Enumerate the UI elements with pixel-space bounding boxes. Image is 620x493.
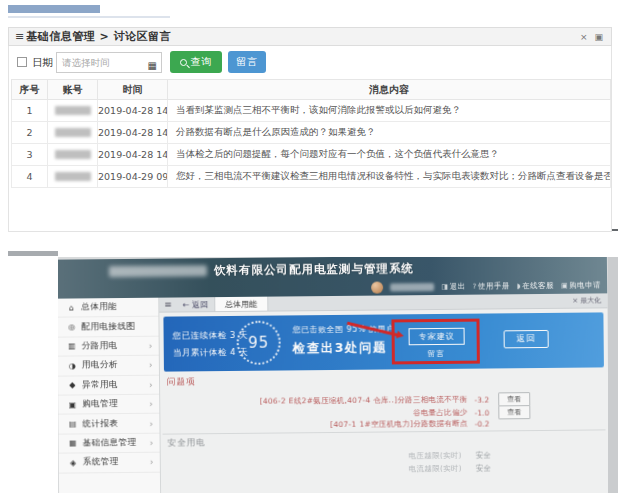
decorative-bar-middle (8, 251, 58, 256)
menu-icon[interactable]: ≡ (15, 30, 24, 43)
sidebar-item-power-analysis[interactable]: ◑用电分析› (58, 356, 159, 376)
table-row[interactable]: 2 2019-04-28 14:04:28 分路数据有断点是什么原因造成的？如果… (12, 122, 611, 144)
view-button-spacer (498, 423, 530, 424)
message-table: 序号 账号 时间 消息内容 1 2019-04-28 14:02:46 当看到某… (11, 79, 611, 188)
problems-section-title: 问题项 (167, 376, 196, 388)
red-annotation-box: 专家建议 留言 (391, 319, 479, 365)
analysis-icon: ◑ (68, 361, 77, 370)
blurred-company-logo (109, 265, 207, 277)
score-circle: 95 (236, 321, 280, 365)
blurred-account (55, 128, 91, 137)
table-header-row: 序号 账号 时间 消息内容 (12, 80, 611, 100)
chevron-right-icon: › (149, 341, 153, 351)
cart-icon: ▣ (561, 282, 568, 290)
col-time: 时间 (98, 80, 168, 100)
blurred-account (55, 150, 91, 159)
safety-status: 安全 (476, 463, 491, 473)
window-control-icons[interactable]: × ▣ (580, 32, 605, 42)
purchase-icon: ▣ (68, 400, 77, 409)
sidebar-item-basic-info-mgmt[interactable]: ▦基础信息管理› (59, 433, 160, 453)
chevron-right-icon: › (149, 399, 153, 409)
date-picker-input[interactable]: 请选择时间 ▦ (56, 52, 162, 73)
col-content: 消息内容 (168, 80, 611, 100)
chevron-right-icon: › (149, 438, 153, 448)
table-row[interactable]: 4 2019-04-29 09:43:05 您好，三相电流不平衡建议检查三相用电… (12, 166, 611, 188)
message-link[interactable]: 留言 (428, 349, 445, 359)
date-placeholder: 请选择时间 (62, 57, 110, 68)
hamburger-icon[interactable]: ≡ (159, 299, 177, 309)
blurred-account (55, 106, 91, 115)
sidebar-item-branch-power[interactable]: ▥分路用电› (58, 336, 159, 356)
home-icon: ⌂ (67, 303, 76, 312)
safety-status: 安全 (476, 450, 491, 460)
breadcrumb: 基础信息管理 > 讨论区留言 (26, 29, 171, 44)
chevron-right-icon: › (149, 418, 153, 428)
leave-message-button[interactable]: 留言 (228, 51, 266, 73)
blurred-username (390, 283, 434, 291)
problem-score: -1.0 (475, 408, 490, 417)
logout-link[interactable]: ◨退出 (441, 282, 465, 292)
purchase-link[interactable]: ▣购电申请 (561, 280, 601, 290)
tab-overall-energy[interactable]: 总体用能 (214, 297, 268, 312)
service-link[interactable]: ◗在线客服 (517, 281, 554, 291)
settings-icon: ◈ (69, 458, 78, 467)
breadcrumb-bar: ≡ 基础信息管理 > 讨论区留言 × ▣ (8, 27, 612, 46)
table-row[interactable]: 3 2019-04-28 14:06:05 当体检之后的问题提醒，每个问题对应有… (12, 144, 611, 166)
back-button[interactable]: 返回 (504, 330, 549, 348)
photo-of-screen: 饮料有限公司配用电监测与管理系统 ◨退出 ?使用手册 ◗在线客服 ▣购电申请 ⌂… (58, 257, 618, 493)
chevron-right-icon: › (149, 379, 153, 389)
sidebar-item-reports[interactable]: ▤统计报表› (58, 414, 159, 434)
chevron-right-icon: › (149, 360, 153, 370)
problem-score: -0.2 (475, 419, 490, 428)
health-check-banner: 您已连续体检 3 天 当月累计体检 4 天 95 您已击败全国 95% 的用户 … (163, 312, 604, 371)
system-titlebar: 饮料有限公司配用电监测与管理系统 ◨退出 ?使用手册 ◗在线客服 ▣购电申请 (58, 257, 607, 299)
sidebar-item-abnormal-power[interactable]: ◆异常用电› (58, 375, 159, 395)
diagram-icon: ◎ (67, 323, 76, 332)
header-user-row: ◨退出 ?使用手册 ◗在线客服 ▣购电申请 (371, 279, 601, 293)
col-no: 序号 (12, 80, 48, 100)
sidebar-item-purchase-mgmt[interactable]: ▣购电管理› (58, 395, 159, 415)
blurred-account (55, 172, 91, 181)
section-divider (163, 429, 606, 434)
chat-icon: ◗ (517, 282, 521, 290)
sidebar-item-wiring-diagram[interactable]: ◎配用电接线图 (58, 317, 159, 337)
sidebar-item-system-mgmt[interactable]: ◈系统管理› (59, 453, 160, 473)
logout-icon: ◨ (441, 283, 448, 291)
photo-edge-strip (608, 257, 618, 493)
expert-advice-button[interactable]: 专家建议 (409, 328, 465, 346)
photo-screen-content: 饮料有限公司配用电监测与管理系统 ◨退出 ?使用手册 ◗在线客服 ▣购电申请 ⌂… (58, 257, 609, 493)
safety-section-title: 安全用电 (168, 437, 206, 449)
date-checkbox[interactable] (17, 57, 27, 67)
manual-icon: ? (473, 283, 477, 291)
col-account: 账号 (48, 80, 98, 100)
back-tab[interactable]: ← 返回 (177, 299, 214, 310)
chevron-right-icon: › (150, 457, 154, 467)
search-button[interactable]: 查询 (170, 51, 222, 73)
manual-link[interactable]: ?使用手册 (473, 281, 510, 291)
problem-score: -3.2 (475, 395, 490, 404)
sidebar-item-overall-energy[interactable]: ⌂总体用能 (58, 298, 158, 318)
branch-icon: ▥ (68, 342, 77, 351)
filter-row: 日期 请选择时间 ▦ 查询 留言 (9, 46, 611, 78)
system-title: 饮料有限公司配用电监测与管理系统 (214, 261, 414, 278)
maximize-control[interactable]: × 最大化 (572, 295, 607, 305)
message-panel: 日期 请选择时间 ▦ 查询 留言 序号 账号 时间 消息内容 1 2019-04… (8, 46, 612, 232)
avatar[interactable] (371, 282, 383, 294)
date-label: 日期 (32, 56, 53, 70)
report-icon: ▤ (68, 419, 77, 428)
safety-row: 电流越限(实时) 安全 (409, 463, 491, 474)
table-row[interactable]: 1 2019-04-28 14:02:46 当看到某监测点三相不平衡时，该如何消… (12, 100, 611, 122)
safety-row: 电压越限(实时) 安全 (408, 450, 490, 461)
calendar-icon[interactable]: ▦ (148, 56, 157, 75)
sidebar: ⌂总体用能 ◎配用电接线图 ▥分路用电› ◑用电分析› ◆异常用电› ▣购电管理… (58, 298, 161, 493)
browser-remnant-bar (8, 5, 100, 13)
tab-bar: ≡ ← 返回 总体用能 × 最大化 (159, 293, 607, 312)
info-icon: ▦ (69, 439, 78, 448)
problem-row: [407-1 1#空压机电力]分路数据有断点 -0.2 (330, 418, 530, 430)
magnifier-icon (180, 59, 187, 66)
problems-found-text: 检查出3处问题 (293, 339, 395, 357)
alert-icon: ◆ (68, 381, 77, 390)
main-content: ≡ ← 返回 总体用能 × 最大化 您已连续体检 3 天 当月累计体检 4 天 … (159, 293, 609, 493)
decorative-line-top (8, 16, 170, 18)
